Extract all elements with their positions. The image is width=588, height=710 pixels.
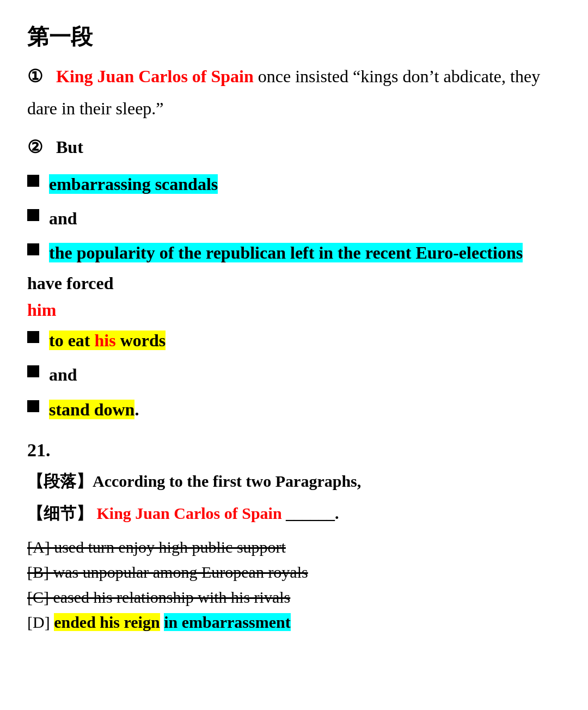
paragraph1-rest: once insisted “kings don’t abdicate, the… xyxy=(254,66,540,86)
paragraph-1-cont: dare in their sleep.” xyxy=(27,95,561,123)
option-d-prefix: [D] xyxy=(27,613,54,631)
bullet6-yellow-text: stand down xyxy=(49,400,134,419)
bullet4-yellow-part2: words xyxy=(116,330,166,350)
option-d: [D] ended his reign in embarrassment xyxy=(27,613,561,632)
bullet3-cyan-text: the popularity of the republican left in… xyxy=(49,243,523,262)
bullet1-cyan-text: embarrassing scandals xyxy=(49,174,218,194)
bullet4-yellow-part1: to eat xyxy=(49,330,95,350)
king-name-p1: King Juan Carlos of Spain xyxy=(56,66,254,86)
section-title: 第一段 xyxy=(27,22,561,52)
option-d-highlight1: ended his reign xyxy=(54,613,160,631)
bullet-item-4: to eat his words xyxy=(27,327,561,354)
option-d-highlight2: in embarrassment xyxy=(164,613,290,631)
bullet-square-2 xyxy=(27,209,39,221)
option-c: [C] eased his relationship with his riva… xyxy=(27,588,561,607)
bracket-tag-2: 【细节】 xyxy=(27,504,93,522)
question-number: 21. xyxy=(27,440,561,461)
paragraph-1: ① King Juan Carlos of Spain once insiste… xyxy=(27,63,561,90)
king-name-q: King Juan Carlos of Spain xyxy=(97,504,282,522)
bullet-text-6: stand down. xyxy=(49,396,561,424)
question-tag-1: 【段落】According to the first two Paragraph… xyxy=(27,470,561,493)
bullet-text-2: and xyxy=(49,205,561,232)
bullet-item-2: and xyxy=(27,205,561,232)
bullet-item-5: and xyxy=(27,361,561,389)
bullet6-period: . xyxy=(134,400,139,419)
bullet-square-3 xyxy=(27,243,39,255)
bullet-square-1 xyxy=(27,175,39,187)
option-b: [B] was unpopular among European royals xyxy=(27,563,561,582)
have-forced-line: have forced xyxy=(27,273,561,293)
bullet-item-1: embarrassing scandals xyxy=(27,170,561,198)
bullet4-red-his: his xyxy=(95,330,116,350)
question-blank: ______. xyxy=(282,504,339,522)
him-line: him xyxy=(27,300,561,320)
bullet-item-6: stand down. xyxy=(27,396,561,424)
question-tag-2: 【细节】 King Juan Carlos of Spain ______. xyxy=(27,503,561,525)
bullet-square-4 xyxy=(27,331,39,343)
bullet-item-3: the popularity of the republican left in… xyxy=(27,239,561,267)
bullet-text-3: the popularity of the republican left in… xyxy=(49,239,561,267)
option-a: [A] used turn enjoy high public support xyxy=(27,538,561,556)
but-text: But xyxy=(56,137,83,157)
bullet-text-4: to eat his words xyxy=(49,327,561,354)
bullet-text-1: embarrassing scandals xyxy=(49,170,561,198)
paragraph-2-header: ② But xyxy=(27,133,561,161)
bullet-text-5: and xyxy=(49,361,561,389)
bullet-square-6 xyxy=(27,400,39,412)
circle-num-2: ② xyxy=(27,137,43,157)
bullet-square-5 xyxy=(27,365,39,377)
circle-num-1: ① xyxy=(27,66,43,86)
